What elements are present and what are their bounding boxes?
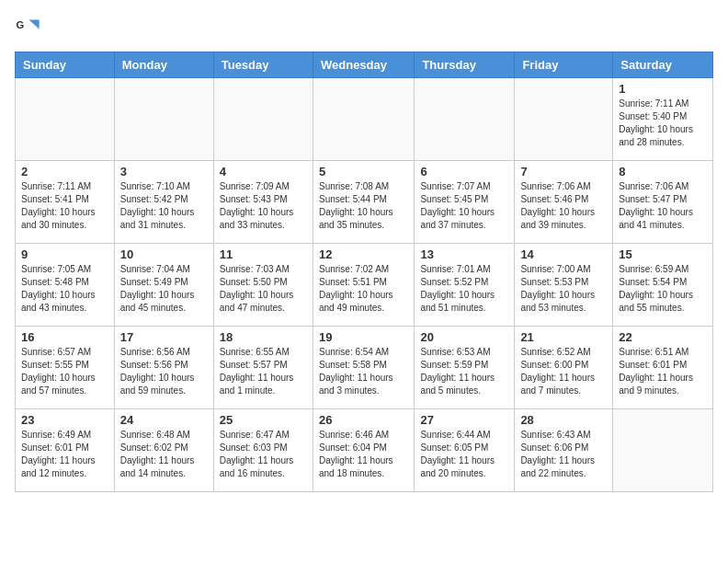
calendar-cell: 18Sunrise: 6:55 AM Sunset: 5:57 PM Dayli… [213, 327, 313, 409]
svg-marker-1 [28, 20, 39, 29]
week-row-2: 2Sunrise: 7:11 AM Sunset: 5:41 PM Daylig… [16, 161, 713, 244]
day-number: 6 [420, 165, 508, 178]
calendar: SundayMondayTuesdayWednesdayThursdayFrid… [15, 52, 713, 492]
calendar-cell: 6Sunrise: 7:07 AM Sunset: 5:45 PM Daylig… [415, 161, 515, 244]
day-number: 25 [220, 413, 307, 427]
day-number: 22 [619, 330, 707, 344]
day-number: 20 [420, 330, 508, 344]
day-number: 5 [319, 165, 408, 178]
calendar-cell: 27Sunrise: 6:44 AM Sunset: 6:05 PM Dayli… [415, 409, 515, 492]
calendar-cell: 28Sunrise: 6:43 AM Sunset: 6:06 PM Dayli… [515, 409, 613, 492]
day-info: Sunrise: 7:09 AM Sunset: 5:43 PM Dayligh… [220, 180, 307, 232]
calendar-cell: 22Sunrise: 6:51 AM Sunset: 6:01 PM Dayli… [613, 327, 713, 409]
day-number: 23 [21, 413, 108, 427]
weekday-header-friday: Friday [515, 52, 613, 78]
day-number: 7 [520, 165, 607, 178]
day-info: Sunrise: 6:44 AM Sunset: 6:05 PM Dayligh… [420, 429, 508, 480]
calendar-cell: 11Sunrise: 7:03 AM Sunset: 5:50 PM Dayli… [213, 244, 313, 327]
weekday-header-tuesday: Tuesday [213, 52, 313, 78]
calendar-cell: 10Sunrise: 7:04 AM Sunset: 5:49 PM Dayli… [114, 244, 213, 327]
day-info: Sunrise: 6:48 AM Sunset: 6:02 PM Dayligh… [120, 429, 208, 480]
day-info: Sunrise: 6:54 AM Sunset: 5:58 PM Dayligh… [319, 346, 408, 397]
calendar-cell [613, 409, 713, 492]
day-info: Sunrise: 6:53 AM Sunset: 5:59 PM Dayligh… [420, 346, 508, 397]
week-row-5: 23Sunrise: 6:49 AM Sunset: 6:01 PM Dayli… [16, 409, 713, 492]
day-number: 13 [420, 247, 508, 261]
calendar-cell: 13Sunrise: 7:01 AM Sunset: 5:52 PM Dayli… [415, 244, 515, 327]
day-number: 16 [21, 330, 108, 344]
day-info: Sunrise: 6:47 AM Sunset: 6:03 PM Dayligh… [220, 429, 307, 480]
logo: G [15, 15, 44, 40]
page-header: G [15, 15, 713, 40]
day-number: 28 [520, 413, 607, 427]
calendar-cell [114, 78, 213, 161]
weekday-header-monday: Monday [114, 52, 213, 78]
day-info: Sunrise: 6:56 AM Sunset: 5:56 PM Dayligh… [120, 346, 208, 397]
day-number: 24 [120, 413, 208, 427]
day-info: Sunrise: 7:02 AM Sunset: 5:51 PM Dayligh… [319, 263, 408, 315]
day-number: 19 [319, 330, 408, 344]
day-info: Sunrise: 7:08 AM Sunset: 5:44 PM Dayligh… [319, 180, 408, 232]
day-info: Sunrise: 6:52 AM Sunset: 6:00 PM Dayligh… [520, 346, 607, 397]
logo-icon: G [15, 15, 40, 40]
week-row-3: 9Sunrise: 7:05 AM Sunset: 5:48 PM Daylig… [16, 244, 713, 327]
day-info: Sunrise: 6:43 AM Sunset: 6:06 PM Dayligh… [520, 429, 607, 480]
week-row-1: 1Sunrise: 7:11 AM Sunset: 5:40 PM Daylig… [16, 78, 713, 161]
day-info: Sunrise: 7:03 AM Sunset: 5:50 PM Dayligh… [220, 263, 307, 315]
calendar-cell: 23Sunrise: 6:49 AM Sunset: 6:01 PM Dayli… [16, 409, 115, 492]
day-info: Sunrise: 7:04 AM Sunset: 5:49 PM Dayligh… [120, 263, 208, 315]
svg-text:G: G [16, 19, 24, 30]
day-number: 26 [319, 413, 408, 427]
calendar-cell: 2Sunrise: 7:11 AM Sunset: 5:41 PM Daylig… [16, 161, 115, 244]
day-number: 3 [120, 165, 208, 178]
calendar-cell [415, 78, 515, 161]
calendar-cell [515, 78, 613, 161]
day-info: Sunrise: 7:11 AM Sunset: 5:40 PM Dayligh… [619, 98, 707, 149]
day-number: 18 [220, 330, 307, 344]
day-info: Sunrise: 7:00 AM Sunset: 5:53 PM Dayligh… [520, 263, 607, 315]
weekday-header-saturday: Saturday [613, 52, 713, 78]
day-info: Sunrise: 6:59 AM Sunset: 5:54 PM Dayligh… [619, 263, 707, 315]
weekday-header-thursday: Thursday [415, 52, 515, 78]
calendar-cell: 17Sunrise: 6:56 AM Sunset: 5:56 PM Dayli… [114, 327, 213, 409]
weekday-header-wednesday: Wednesday [313, 52, 414, 78]
weekday-header-sunday: Sunday [16, 52, 115, 78]
day-info: Sunrise: 6:57 AM Sunset: 5:55 PM Dayligh… [21, 346, 108, 397]
day-info: Sunrise: 7:06 AM Sunset: 5:47 PM Dayligh… [619, 180, 707, 232]
calendar-cell [16, 78, 115, 161]
calendar-cell [313, 78, 414, 161]
day-number: 2 [21, 165, 108, 178]
day-number: 27 [420, 413, 508, 427]
calendar-cell: 9Sunrise: 7:05 AM Sunset: 5:48 PM Daylig… [16, 244, 115, 327]
calendar-cell: 3Sunrise: 7:10 AM Sunset: 5:42 PM Daylig… [114, 161, 213, 244]
calendar-cell: 15Sunrise: 6:59 AM Sunset: 5:54 PM Dayli… [613, 244, 713, 327]
day-number: 1 [619, 82, 707, 96]
day-number: 9 [21, 247, 108, 261]
day-number: 11 [220, 247, 307, 261]
calendar-cell: 4Sunrise: 7:09 AM Sunset: 5:43 PM Daylig… [213, 161, 313, 244]
day-info: Sunrise: 7:10 AM Sunset: 5:42 PM Dayligh… [120, 180, 208, 232]
calendar-cell: 19Sunrise: 6:54 AM Sunset: 5:58 PM Dayli… [313, 327, 414, 409]
calendar-cell: 1Sunrise: 7:11 AM Sunset: 5:40 PM Daylig… [613, 78, 713, 161]
week-row-4: 16Sunrise: 6:57 AM Sunset: 5:55 PM Dayli… [16, 327, 713, 409]
day-number: 17 [120, 330, 208, 344]
day-info: Sunrise: 6:55 AM Sunset: 5:57 PM Dayligh… [220, 346, 307, 397]
day-number: 4 [220, 165, 307, 178]
day-info: Sunrise: 7:06 AM Sunset: 5:46 PM Dayligh… [520, 180, 607, 232]
day-info: Sunrise: 7:11 AM Sunset: 5:41 PM Dayligh… [21, 180, 108, 232]
weekday-header-row: SundayMondayTuesdayWednesdayThursdayFrid… [16, 52, 713, 78]
day-number: 12 [319, 247, 408, 261]
calendar-cell: 25Sunrise: 6:47 AM Sunset: 6:03 PM Dayli… [213, 409, 313, 492]
calendar-cell [213, 78, 313, 161]
calendar-cell: 20Sunrise: 6:53 AM Sunset: 5:59 PM Dayli… [415, 327, 515, 409]
day-number: 8 [619, 165, 707, 178]
calendar-cell: 21Sunrise: 6:52 AM Sunset: 6:00 PM Dayli… [515, 327, 613, 409]
calendar-cell: 16Sunrise: 6:57 AM Sunset: 5:55 PM Dayli… [16, 327, 115, 409]
day-number: 15 [619, 247, 707, 261]
calendar-cell: 8Sunrise: 7:06 AM Sunset: 5:47 PM Daylig… [613, 161, 713, 244]
calendar-cell: 12Sunrise: 7:02 AM Sunset: 5:51 PM Dayli… [313, 244, 414, 327]
calendar-cell: 7Sunrise: 7:06 AM Sunset: 5:46 PM Daylig… [515, 161, 613, 244]
calendar-cell: 24Sunrise: 6:48 AM Sunset: 6:02 PM Dayli… [114, 409, 213, 492]
day-number: 10 [120, 247, 208, 261]
calendar-cell: 5Sunrise: 7:08 AM Sunset: 5:44 PM Daylig… [313, 161, 414, 244]
